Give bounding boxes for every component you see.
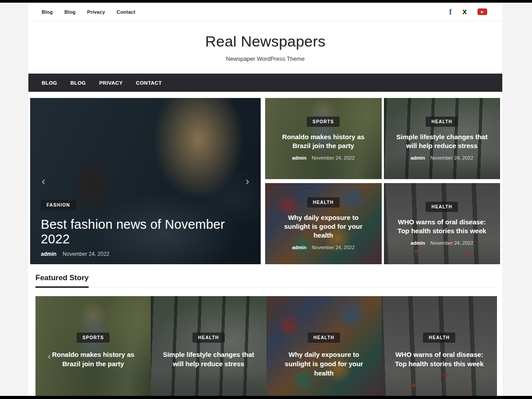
grid-post-author-link[interactable]: admin xyxy=(292,155,306,160)
facebook-icon[interactable]: f xyxy=(449,8,452,16)
grid-post-title[interactable]: WHO warns of oral disease: Top health st… xyxy=(394,218,491,236)
grid-post-category-badge[interactable]: HEALTH xyxy=(307,197,340,207)
hero-post-title[interactable]: Best fashion news of November 2022 xyxy=(41,217,250,246)
carousel-post-ronaldo[interactable]: ‹ SPORTS Ronaldo makes history as Brazil… xyxy=(35,296,151,396)
grid-post-title[interactable]: Why daily exposure to sunlight is good f… xyxy=(275,213,372,240)
grid-post-date: November 24, 2022 xyxy=(430,240,473,246)
carousel-post-category-badge[interactable]: HEALTH xyxy=(308,332,340,343)
grid-post-meta: adminNovember 24, 2022 xyxy=(292,245,355,250)
nav-item-privacy[interactable]: PRIVACY xyxy=(99,80,123,86)
grid-post-sunlight[interactable]: HEALTH Why daily exposure to sunlight is… xyxy=(265,183,382,264)
topbar-link-privacy[interactable]: Privacy xyxy=(87,9,106,15)
grid-post-meta: adminNovember 24, 2022 xyxy=(411,155,473,160)
nav-item-blog-2[interactable]: BLOG xyxy=(70,80,86,86)
carousel-post-title[interactable]: Ronaldo makes history as Brazil join the… xyxy=(47,350,139,368)
grid-post-date: November 24, 2022 xyxy=(430,155,473,160)
grid-post-author-link[interactable]: admin xyxy=(411,155,425,160)
hero-post-grid: SPORTS Ronaldo makes history as Brazil j… xyxy=(265,98,500,264)
content-wrapper: Blog Blog Privacy Contact f X ▶ Real New… xyxy=(28,3,502,396)
hero-post-date: November 24, 2022 xyxy=(63,251,109,257)
hero-content: FASHION Best fashion news of November 20… xyxy=(41,200,250,257)
youtube-icon[interactable]: ▶ xyxy=(477,8,487,15)
hero-category-badge[interactable]: FASHION xyxy=(41,200,76,210)
topbar-links: Blog Blog Privacy Contact xyxy=(42,9,135,15)
grid-post-date: November 24, 2022 xyxy=(312,245,355,250)
carousel-post-category-badge[interactable]: SPORTS xyxy=(77,332,110,343)
featured-story-heading: Featured Story xyxy=(35,274,89,288)
hero-next-arrow-icon[interactable]: › xyxy=(246,176,249,187)
nav-item-blog-1[interactable]: BLOG xyxy=(42,80,57,86)
carousel-post-title[interactable]: WHO warns of oral disease: Top health st… xyxy=(393,350,485,368)
featured-story-heading-row: Featured Story xyxy=(35,274,497,287)
hero-post-meta: adminNovember 24, 2022 xyxy=(41,251,250,257)
grid-post-meta: adminNovember 24, 2022 xyxy=(411,240,473,246)
carousel-post-category-badge[interactable]: HEALTH xyxy=(423,332,455,343)
grid-post-author-link[interactable]: admin xyxy=(411,240,425,246)
main-nav: BLOG BLOG PRIVACY CONTACT xyxy=(28,74,502,92)
grid-post-lifestyle[interactable]: HEALTH Simple lifestyle changes that wil… xyxy=(384,98,501,179)
grid-post-who-warns[interactable]: HEALTH WHO warns of oral disease: Top he… xyxy=(384,183,501,264)
page-background: Blog Blog Privacy Contact f X ▶ Real New… xyxy=(0,3,532,396)
grid-post-category-badge[interactable]: HEALTH xyxy=(426,202,458,212)
carousel-post-sunlight[interactable]: HEALTH Why daily exposure to sunlight is… xyxy=(266,296,382,396)
carousel-post-category-badge[interactable]: HEALTH xyxy=(192,332,225,343)
topbar-link-blog-2[interactable]: Blog xyxy=(64,9,75,15)
carousel-post-who-warns[interactable]: HEALTH WHO warns of oral disease: Top he… xyxy=(382,296,497,396)
hero-author-link[interactable]: admin xyxy=(41,251,56,257)
topbar: Blog Blog Privacy Contact f X ▶ xyxy=(28,3,502,21)
grid-post-title[interactable]: Simple lifestyle changes that will help … xyxy=(394,133,491,151)
carousel-post-title[interactable]: Simple lifestyle changes that will help … xyxy=(162,350,254,368)
featured-story-section: Featured Story ‹ SPORTS Ronaldo makes hi… xyxy=(35,274,497,396)
topbar-link-blog-1[interactable]: Blog xyxy=(42,9,53,15)
site-tagline: Newspaper WordPress Theme xyxy=(28,55,502,62)
grid-post-title[interactable]: Ronaldo makes history as Brazil join the… xyxy=(275,133,372,151)
grid-post-category-badge[interactable]: HEALTH xyxy=(426,117,458,127)
hero-prev-arrow-icon[interactable]: ‹ xyxy=(42,176,45,187)
carousel-post-title[interactable]: Why daily exposure to sunlight is good f… xyxy=(278,350,370,378)
nav-item-contact[interactable]: CONTACT xyxy=(136,80,162,86)
hero-section: ‹ › FASHION Best fashion news of Novembe… xyxy=(30,98,500,264)
grid-post-category-badge[interactable]: SPORTS xyxy=(307,117,340,127)
grid-post-ronaldo[interactable]: SPORTS Ronaldo makes history as Brazil j… xyxy=(265,98,382,179)
hero-slide-fashion[interactable]: ‹ › FASHION Best fashion news of Novembe… xyxy=(30,98,261,264)
grid-post-meta: adminNovember 24, 2022 xyxy=(292,155,355,160)
grid-post-author-link[interactable]: admin xyxy=(292,245,306,250)
social-icons: f X ▶ xyxy=(449,8,489,16)
site-header: Real Newspapers Newspaper WordPress Them… xyxy=(28,21,502,74)
featured-story-carousel: ‹ SPORTS Ronaldo makes history as Brazil… xyxy=(35,296,497,396)
grid-post-date: November 24, 2022 xyxy=(312,155,355,160)
x-icon[interactable]: X xyxy=(462,8,467,15)
carousel-post-lifestyle[interactable]: HEALTH Simple lifestyle changes that wil… xyxy=(151,296,266,396)
topbar-link-contact[interactable]: Contact xyxy=(117,9,135,15)
site-title[interactable]: Real Newspapers xyxy=(28,33,502,50)
